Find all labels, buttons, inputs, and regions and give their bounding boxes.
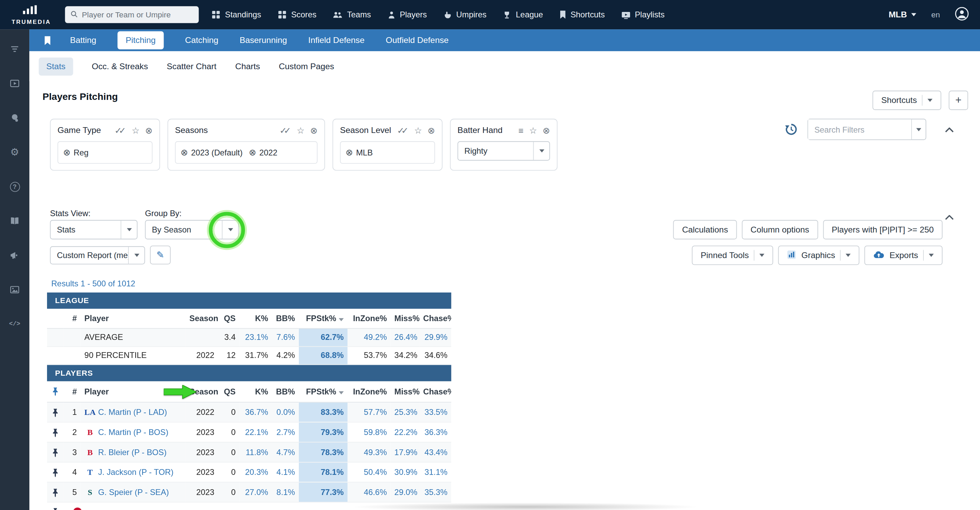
tab-catching[interactable]: Catching bbox=[185, 35, 218, 45]
subtab-stats[interactable]: Stats bbox=[39, 57, 73, 75]
trumedia-logo[interactable]: TRUMEDIA bbox=[0, 0, 62, 29]
remove-chip-icon[interactable]: ⊗ bbox=[63, 148, 70, 158]
edit-report-button[interactable]: ✎ bbox=[150, 245, 171, 264]
remove-filter-icon[interactable]: ⊗ bbox=[428, 126, 435, 135]
col-k[interactable]: K% bbox=[239, 309, 272, 328]
nav-shortcuts[interactable]: Shortcuts bbox=[559, 10, 605, 19]
results-summary[interactable]: Results 1 - 500 of 1012 bbox=[51, 277, 451, 290]
tab-pitching[interactable]: Pitching bbox=[118, 31, 164, 49]
player-link[interactable]: C. Martin (P - LAD) bbox=[98, 407, 167, 417]
col-inzone[interactable]: InZone% bbox=[348, 381, 391, 402]
col-chase[interactable]: Chase% bbox=[420, 309, 452, 328]
col-num[interactable]: # bbox=[63, 381, 80, 402]
col-num[interactable]: # bbox=[63, 309, 80, 328]
subtab-scatter-chart[interactable]: Scatter Chart bbox=[167, 62, 216, 71]
filter-history-icon[interactable] bbox=[784, 123, 798, 139]
tab-outfield-defense[interactable]: Outfield Defense bbox=[386, 35, 449, 45]
video-icon[interactable] bbox=[0, 66, 29, 100]
group-by-select[interactable]: By Season bbox=[145, 220, 239, 239]
pinned-tools-button[interactable]: Pinned Tools bbox=[692, 245, 773, 265]
col-fpstk[interactable]: FPStk% bbox=[299, 309, 348, 328]
pin-toggle[interactable] bbox=[47, 422, 64, 442]
nav-teams[interactable]: Teams bbox=[332, 10, 371, 19]
collapse-controls-chevron[interactable] bbox=[945, 211, 954, 223]
add-page-button[interactable]: + bbox=[949, 91, 968, 110]
gallery-icon[interactable] bbox=[0, 273, 29, 307]
player-link[interactable]: R. Bleier (P - BOS) bbox=[98, 447, 167, 457]
col-bb[interactable]: BB% bbox=[272, 309, 299, 328]
col-season[interactable]: Season bbox=[186, 381, 218, 402]
search-filters-combobox[interactable] bbox=[808, 119, 926, 140]
nav-standings[interactable]: Standings bbox=[211, 10, 261, 19]
global-search-input[interactable] bbox=[82, 10, 194, 19]
user-avatar[interactable] bbox=[955, 6, 969, 23]
book-icon[interactable] bbox=[0, 204, 29, 238]
col-qs[interactable]: QS bbox=[218, 381, 239, 402]
check-all-icon[interactable]: ✓✓ bbox=[115, 126, 126, 135]
favorite-star-icon[interactable]: ☆ bbox=[297, 126, 305, 135]
favorite-star-icon[interactable]: ☆ bbox=[132, 126, 139, 135]
col-season[interactable]: Season bbox=[186, 309, 218, 328]
nav-league[interactable]: League bbox=[503, 10, 543, 19]
favorite-star-icon[interactable]: ☆ bbox=[529, 126, 537, 135]
col-bb[interactable]: BB% bbox=[272, 381, 299, 402]
nav-scores[interactable]: Scores bbox=[277, 10, 317, 19]
col-fpstk[interactable]: FPStk% bbox=[299, 381, 348, 402]
col-miss[interactable]: Miss% bbox=[390, 309, 419, 328]
subtab-occ-streaks[interactable]: Occ. & Streaks bbox=[92, 62, 148, 71]
subtab-custom-pages[interactable]: Custom Pages bbox=[279, 62, 334, 71]
nav-players[interactable]: Players bbox=[387, 10, 426, 19]
glove-icon[interactable] bbox=[0, 100, 29, 135]
collapse-filters-chevron[interactable] bbox=[945, 124, 954, 135]
col-miss[interactable]: Miss% bbox=[390, 381, 419, 402]
exports-button[interactable]: Exports bbox=[864, 245, 942, 265]
player-link[interactable]: J. Jackson (P - TOR) bbox=[98, 467, 173, 477]
player-link[interactable]: G. Speier (P - SEA) bbox=[98, 487, 169, 497]
shortcuts-button[interactable]: Shortcuts bbox=[873, 91, 942, 110]
pin-column-header[interactable] bbox=[47, 381, 64, 402]
filter-icon[interactable] bbox=[0, 32, 29, 66]
favorite-star-icon[interactable]: ☆ bbox=[414, 126, 422, 135]
code-icon[interactable]: </> bbox=[0, 307, 29, 341]
graphics-button[interactable]: Graphics bbox=[778, 245, 860, 265]
league-selector[interactable]: MLB bbox=[889, 10, 916, 19]
remove-chip-icon[interactable]: ⊗ bbox=[249, 148, 256, 158]
col-inzone[interactable]: InZone% bbox=[348, 309, 391, 328]
pin-toggle[interactable] bbox=[47, 462, 64, 482]
remove-chip-icon[interactable]: ⊗ bbox=[345, 148, 353, 158]
tab-batting[interactable]: Batting bbox=[70, 35, 96, 45]
stats-view-select[interactable]: Stats bbox=[50, 220, 138, 239]
subtab-charts[interactable]: Charts bbox=[235, 62, 260, 71]
remove-filter-icon[interactable]: ⊗ bbox=[310, 126, 318, 135]
remove-chip-icon[interactable]: ⊗ bbox=[181, 148, 188, 158]
players-filter-button[interactable]: Players with [P|PIT] >= 250 bbox=[823, 220, 942, 239]
tab-baserunning[interactable]: Baserunning bbox=[240, 35, 287, 45]
col-chase[interactable]: Chase% bbox=[420, 381, 452, 402]
megaphone-icon[interactable] bbox=[0, 238, 29, 273]
pin-toggle[interactable] bbox=[47, 402, 64, 422]
list-icon[interactable]: ≡ bbox=[519, 126, 524, 135]
tab-infield-defense[interactable]: Infield Defense bbox=[309, 35, 364, 45]
nav-umpires[interactable]: Umpires bbox=[443, 10, 486, 19]
gear-icon[interactable]: ⚙ bbox=[0, 135, 29, 169]
remove-filter-icon[interactable]: ⊗ bbox=[145, 126, 153, 135]
player-link[interactable]: C. Martin (P - BOS) bbox=[98, 427, 168, 437]
batter-hand-select[interactable]: Righty bbox=[458, 141, 550, 161]
col-qs[interactable]: QS bbox=[218, 309, 239, 328]
nav-playlists[interactable]: Playlists bbox=[621, 10, 665, 19]
col-player[interactable]: Player bbox=[81, 309, 186, 328]
pin-toggle[interactable] bbox=[47, 482, 64, 502]
remove-filter-icon[interactable]: ⊗ bbox=[543, 126, 550, 135]
language-indicator[interactable]: en bbox=[931, 10, 940, 19]
col-k[interactable]: K% bbox=[239, 381, 272, 402]
global-search[interactable] bbox=[65, 6, 199, 23]
column-options-button[interactable]: Column options bbox=[742, 220, 818, 239]
bookmark-icon[interactable] bbox=[44, 35, 51, 45]
calculations-button[interactable]: Calculations bbox=[673, 220, 737, 239]
check-all-icon[interactable]: ✓✓ bbox=[397, 126, 409, 135]
custom-report-select[interactable]: Custom Report (me) bbox=[50, 246, 145, 264]
col-player[interactable]: Player bbox=[81, 381, 186, 402]
check-all-icon[interactable]: ✓✓ bbox=[279, 126, 291, 135]
help-icon[interactable]: ? bbox=[0, 169, 29, 204]
search-filters-input[interactable] bbox=[808, 120, 912, 139]
